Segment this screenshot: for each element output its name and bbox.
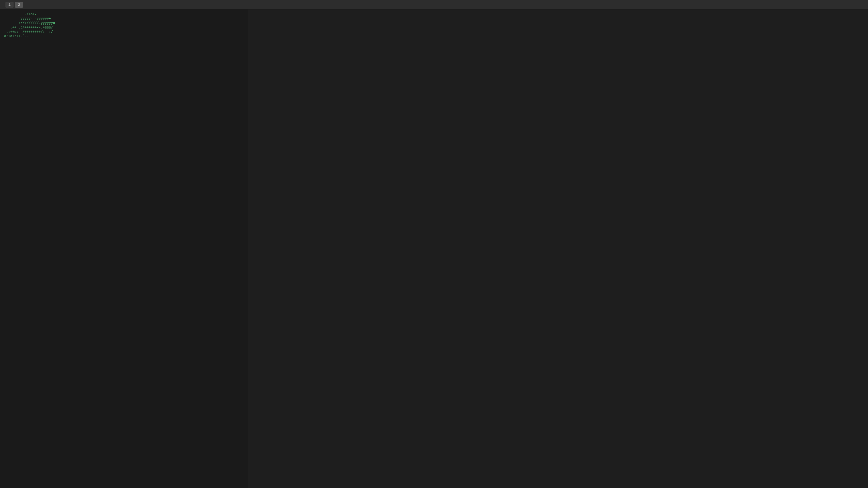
neofetch-content: ./+o+- yyyyy- -yyyyyy+ ://+//////-yyyyyy… bbox=[0, 9, 248, 488]
top-bar: 1 2 bbox=[0, 0, 868, 9]
workspace-tab-1[interactable]: 1 bbox=[5, 2, 14, 8]
neofetch-area: ./+o+- yyyyy- -yyyyyy+ ://+//////-yyyyyy… bbox=[0, 9, 248, 488]
main-layout: ./+o+- yyyyy- -yyyyyy+ ://+//////-yyyyyy… bbox=[0, 9, 868, 488]
workspace-tab-2[interactable]: 2 bbox=[15, 2, 23, 8]
neofetch-ascii: ./+o+- yyyyy- -yyyyyy+ ://+//////-yyyyyy… bbox=[4, 12, 75, 485]
workspace-tabs[interactable]: 1 2 bbox=[5, 2, 23, 8]
left-panel: ./+o+- yyyyy- -yyyyyy+ ://+//////-yyyyyy… bbox=[0, 9, 248, 488]
